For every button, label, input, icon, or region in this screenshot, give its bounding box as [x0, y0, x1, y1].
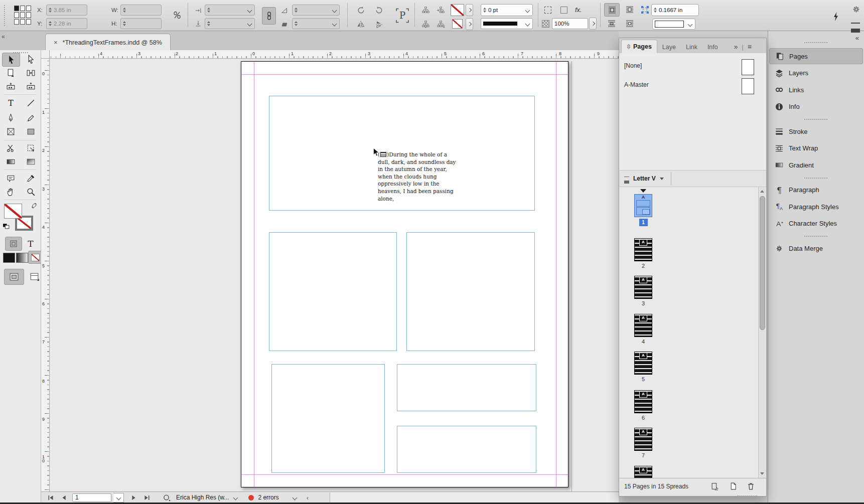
- formatting-affects-container-button[interactable]: [5, 237, 22, 251]
- horizontal-ruler[interactable]: 43210123456789: [50, 50, 619, 59]
- page-number-field[interactable]: 1: [72, 493, 111, 502]
- master-a-thumbnail[interactable]: [742, 78, 754, 94]
- constrain-proportions-broken-chain-icon[interactable]: [172, 10, 182, 20]
- vertical-ruler[interactable]: 01234567891 01 1: [41, 59, 50, 491]
- selection-tool[interactable]: [2, 53, 20, 67]
- collapse-dock-chevrons[interactable]: «: [855, 34, 859, 42]
- y-position-field[interactable]: 2.28 in: [46, 18, 87, 29]
- normal-view-mode-button[interactable]: [4, 269, 24, 285]
- flip-horizontal-icon[interactable]: [354, 19, 367, 31]
- apply-gradient-button[interactable]: [16, 253, 28, 263]
- pages-list[interactable]: A1A2A3A4A5A6A7A: [619, 187, 758, 478]
- scroll-left-arrow[interactable]: ‹: [307, 494, 309, 501]
- page-item-3[interactable]: A3: [634, 276, 652, 306]
- w-stepper[interactable]: [123, 8, 126, 13]
- width-field[interactable]: [120, 5, 162, 16]
- note-tool[interactable]: [2, 172, 19, 185]
- stroke-color-swatch[interactable]: [451, 4, 464, 16]
- reference-point-cell[interactable]: [20, 12, 25, 18]
- flip-vertical-icon[interactable]: [372, 19, 385, 31]
- effects-fx-button[interactable]: fx.: [575, 6, 582, 14]
- corner-options-icon[interactable]: [543, 5, 553, 15]
- page-item-1[interactable]: A1: [634, 194, 652, 226]
- page-item-4[interactable]: A4: [634, 314, 652, 345]
- tab-pages[interactable]: Pages: [621, 40, 657, 53]
- preflight-icon[interactable]: [160, 493, 173, 501]
- rectangle-tool[interactable]: [22, 125, 39, 138]
- shear-stepper[interactable]: [295, 8, 298, 13]
- reference-point-cell[interactable]: [20, 6, 25, 11]
- zoom-tool[interactable]: [22, 185, 39, 198]
- page-thumbnail[interactable]: A: [634, 466, 652, 478]
- settings-gear-icon[interactable]: [851, 4, 861, 14]
- wrap-bounding-box-button[interactable]: [622, 3, 637, 16]
- dock-item-data-merge[interactable]: Data Merge: [769, 240, 863, 256]
- ruler-origin-box[interactable]: [41, 50, 50, 59]
- y-stepper[interactable]: [49, 21, 52, 26]
- more-panels-chevrons[interactable]: »: [734, 43, 738, 53]
- scale-y-stepper[interactable]: [207, 21, 210, 26]
- delete-page-trash-button[interactable]: [747, 482, 756, 491]
- text-frame-3[interactable]: [406, 232, 535, 351]
- document-canvas[interactable]: ()During the whole of adull, dark, and s…: [50, 59, 619, 491]
- next-page-button[interactable]: [127, 493, 140, 501]
- panel-resize-grip[interactable]: [737, 495, 757, 496]
- previous-page-button[interactable]: [57, 493, 70, 501]
- scissors-tool[interactable]: [2, 141, 19, 154]
- panel-menu-hamburger-icon[interactable]: [850, 22, 861, 29]
- page-thumbnail[interactable]: A: [634, 314, 652, 337]
- document-tab[interactable]: × *ThreadingTextFrames.indd @ 58%: [45, 34, 171, 51]
- dock-item-pages[interactable]: Pages: [769, 48, 863, 64]
- wrap-object-shape-button[interactable]: [622, 17, 637, 30]
- gradient-swatch-tool[interactable]: [2, 155, 19, 168]
- page-item-5[interactable]: A5: [634, 352, 652, 382]
- dock-group-grip[interactable]: [804, 178, 827, 179]
- master-none-thumbnail[interactable]: [742, 59, 754, 75]
- first-page-button[interactable]: [44, 493, 57, 501]
- preset-label[interactable]: Letter V: [633, 175, 656, 182]
- page-item-7[interactable]: A7: [634, 428, 652, 458]
- preflight-profile-chevron-icon[interactable]: [233, 495, 238, 500]
- wrap-jump-object-button[interactable]: [604, 17, 619, 30]
- scale-x-dropdown[interactable]: [205, 5, 255, 16]
- line-tool[interactable]: [22, 96, 39, 109]
- pen-tool[interactable]: [2, 111, 19, 124]
- error-dropdown-chevron-icon[interactable]: [292, 495, 297, 500]
- error-count-label[interactable]: 2 errors: [258, 494, 278, 501]
- hand-tool[interactable]: [2, 185, 19, 198]
- page-1-spread[interactable]: ()During the whole of adull, dark, and s…: [241, 61, 568, 487]
- shear-angle-dropdown[interactable]: [292, 5, 340, 16]
- fill-proxy-swatch[interactable]: [4, 204, 22, 219]
- scrollbar-thumb[interactable]: [760, 196, 765, 330]
- scale-y-dropdown[interactable]: [205, 18, 255, 29]
- scroll-down-arrow[interactable]: [760, 472, 764, 475]
- dock-item-paragraph-styles[interactable]: ¶AParagraph Styles: [769, 199, 863, 215]
- preset-dropdown-arrow-icon[interactable]: [660, 178, 664, 180]
- scroll-up-arrow[interactable]: [760, 190, 764, 193]
- control-bar-grip[interactable]: [4, 5, 5, 26]
- frame-fitting-swatch-dropdown[interactable]: [652, 19, 695, 30]
- rotation-angle-dropdown[interactable]: [292, 18, 340, 29]
- page-thumbnail[interactable]: A: [634, 276, 652, 299]
- stroke-type-dropdown[interactable]: [481, 18, 533, 29]
- last-page-button[interactable]: [140, 493, 153, 501]
- stroke-color-expand-button[interactable]: [466, 4, 473, 16]
- dock-grip[interactable]: [804, 42, 827, 43]
- content-placer-tool[interactable]: [22, 80, 39, 93]
- dock-item-layers[interactable]: Layers: [769, 65, 863, 81]
- content-collector-tool[interactable]: [2, 80, 19, 93]
- opacity-field[interactable]: 100%: [552, 18, 588, 29]
- dock-item-links[interactable]: Links: [769, 82, 863, 98]
- pages-panel-menu-icon[interactable]: ≡: [748, 43, 752, 53]
- height-field[interactable]: [120, 18, 162, 29]
- page-thumbnail[interactable]: A: [634, 428, 652, 451]
- page-thumbnail[interactable]: A: [634, 390, 652, 413]
- text-frame-6[interactable]: [397, 426, 536, 473]
- page-thumbnail[interactable]: A: [634, 238, 652, 261]
- rotation-stepper[interactable]: [295, 21, 298, 26]
- reference-point-cell[interactable]: [14, 12, 19, 18]
- text-frame-5[interactable]: [397, 364, 536, 411]
- dock-item-text-wrap[interactable]: Text Wrap: [769, 140, 863, 156]
- dock-item-paragraph[interactable]: ¶Paragraph: [769, 182, 863, 198]
- direct-selection-tool[interactable]: [22, 53, 39, 66]
